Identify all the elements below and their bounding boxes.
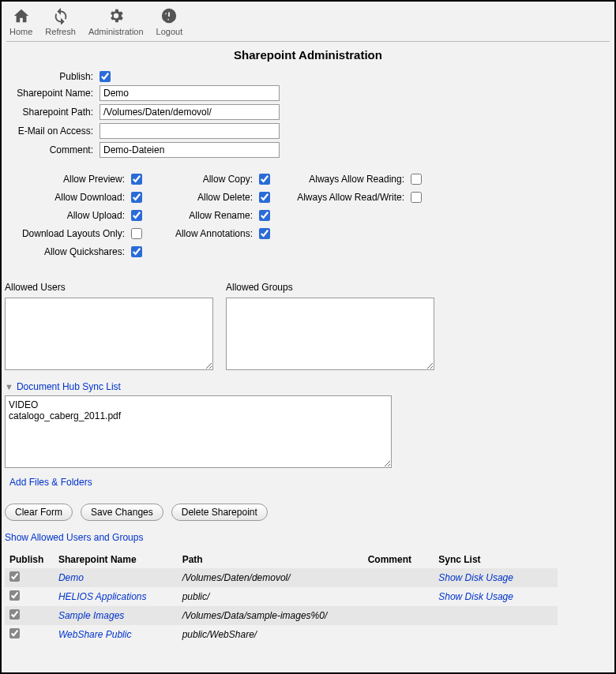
sharepoints-table: Publish Sharepoint Name Path Comment Syn… [5, 551, 558, 644]
row-comment [363, 625, 434, 644]
allowed-groups-textarea[interactable] [226, 298, 434, 370]
download-layouts-only-label: Download Layouts Only: [5, 228, 131, 242]
publish-label: Publish: [5, 71, 100, 82]
allow-download-checkbox[interactable] [131, 192, 142, 203]
toolbar: Home Refresh Administration Logout [5, 5, 611, 38]
sharepoint-name-label: Sharepoint Name: [5, 88, 100, 99]
clear-form-button[interactable]: Clear Form [5, 504, 73, 521]
toolbar-refresh[interactable]: Refresh [45, 6, 76, 36]
col-path-header: Path [178, 551, 363, 568]
toolbar-administration[interactable]: Administration [88, 6, 144, 36]
row-path: /Volumes/Data/sample-images%0/ [178, 606, 363, 625]
toolbar-home-label: Home [9, 27, 32, 36]
allow-copy-checkbox[interactable] [259, 174, 270, 185]
allow-delete-checkbox[interactable] [259, 192, 270, 203]
col-name-header: Sharepoint Name [54, 551, 178, 568]
save-changes-button[interactable]: Save Changes [81, 504, 163, 521]
row-publish-checkbox[interactable] [9, 628, 20, 638]
allow-rename-checkbox[interactable] [259, 210, 270, 221]
email-on-access-input[interactable] [100, 123, 280, 139]
always-allow-readwrite-checkbox[interactable] [411, 192, 422, 203]
row-publish-checkbox[interactable] [9, 609, 20, 620]
allow-download-label: Allow Download: [5, 192, 131, 205]
allow-annotations-label: Allow Annotations: [148, 228, 259, 242]
row-sync-link[interactable]: Show Disk Usage [438, 591, 513, 602]
allow-upload-checkbox[interactable] [131, 210, 142, 221]
row-comment [363, 606, 434, 625]
separator [6, 41, 610, 42]
row-publish-checkbox[interactable] [9, 571, 20, 582]
allow-preview-label: Allow Preview: [5, 174, 131, 187]
row-publish-checkbox[interactable] [9, 590, 20, 601]
document-hub-header-label: Document Hub Sync List [17, 381, 121, 392]
row-path: public/WebShare/ [178, 625, 363, 644]
row-name-link[interactable]: Demo [58, 572, 84, 583]
comment-input[interactable] [100, 142, 280, 158]
row-path: public/ [178, 587, 363, 606]
allow-quickshares-label: Allow Quickshares: [5, 246, 131, 260]
email-on-access-label: E-Mail on Access: [5, 125, 100, 137]
allowed-users-label: Allowed Users [5, 282, 213, 293]
allow-copy-label: Allow Copy: [148, 174, 259, 187]
col-comment-header: Comment [363, 551, 434, 568]
toolbar-administration-label: Administration [88, 27, 144, 36]
document-hub-textarea[interactable] [5, 395, 392, 468]
toolbar-logout[interactable]: Logout [156, 6, 183, 36]
always-allow-reading-checkbox[interactable] [411, 174, 422, 185]
always-allow-reading-label: Always Allow Reading: [276, 174, 411, 187]
sharepoint-path-input[interactable] [100, 104, 280, 120]
permissions-grid: Allow Preview: Allow Copy: Always Allow … [5, 174, 611, 260]
col-sync-header: Sync List [434, 551, 558, 568]
publish-checkbox[interactable] [100, 71, 111, 82]
allow-upload-label: Allow Upload: [5, 210, 131, 223]
row-name-link[interactable]: Sample Images [58, 610, 124, 621]
always-allow-readwrite-label: Always Allow Read/Write: [276, 192, 411, 205]
col-publish-header: Publish [5, 551, 54, 568]
row-name-link[interactable]: WebShare Public [58, 629, 132, 640]
download-layouts-only-checkbox[interactable] [131, 228, 142, 239]
gear-icon [107, 6, 126, 25]
table-row: HELIOS Applicationspublic/Show Disk Usag… [5, 587, 558, 606]
row-comment [363, 568, 434, 587]
allowed-groups-label: Allowed Groups [226, 282, 434, 293]
allow-rename-label: Allow Rename: [148, 210, 259, 223]
row-path: /Volumes/Daten/demovol/ [178, 568, 363, 587]
row-name-link[interactable]: HELIOS Applications [58, 591, 147, 602]
table-row: Demo/Volumes/Daten/demovol/Show Disk Usa… [5, 568, 558, 587]
allowed-users-textarea[interactable] [5, 298, 213, 370]
show-allowed-users-groups-link[interactable]: Show Allowed Users and Groups [5, 532, 143, 543]
toolbar-logout-label: Logout [156, 27, 183, 36]
comment-label: Comment: [5, 144, 100, 155]
toolbar-refresh-label: Refresh [45, 27, 76, 36]
disclosure-triangle-icon: ▼ [5, 382, 13, 391]
table-row: WebShare Publicpublic/WebShare/ [5, 625, 558, 644]
table-row: Sample Images/Volumes/Data/sample-images… [5, 606, 558, 625]
power-icon [160, 6, 178, 25]
sharepoint-path-label: Sharepoint Path: [5, 107, 100, 118]
delete-sharepoint-button[interactable]: Delete Sharepoint [171, 504, 268, 521]
allow-delete-label: Allow Delete: [148, 192, 259, 205]
toolbar-home[interactable]: Home [9, 6, 32, 36]
allow-quickshares-checkbox[interactable] [131, 246, 142, 257]
allow-preview-checkbox[interactable] [131, 174, 142, 185]
home-icon [12, 6, 31, 25]
document-hub-toggle[interactable]: ▼ Document Hub Sync List [5, 381, 611, 392]
refresh-icon [51, 6, 70, 25]
page-title: Sharepoint Administration [5, 48, 611, 62]
add-files-folders-link[interactable]: Add Files & Folders [9, 477, 92, 488]
row-comment [363, 587, 434, 606]
row-sync-link[interactable]: Show Disk Usage [438, 572, 513, 583]
allow-annotations-checkbox[interactable] [259, 228, 270, 239]
sharepoint-name-input[interactable] [100, 85, 280, 101]
